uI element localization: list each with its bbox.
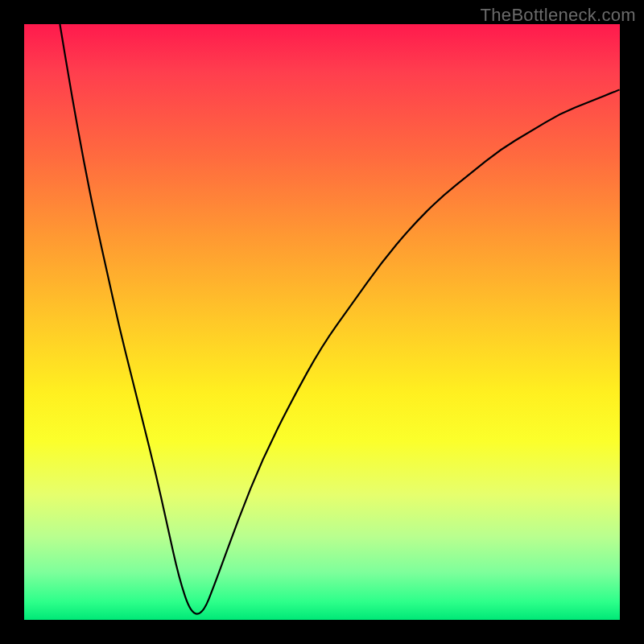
plot-area bbox=[24, 24, 620, 620]
data-marker bbox=[141, 418, 152, 464]
data-marker bbox=[168, 537, 179, 584]
data-marker bbox=[162, 514, 172, 560]
data-marker bbox=[145, 444, 159, 499]
data-marker bbox=[155, 479, 167, 535]
data-marker bbox=[208, 545, 227, 599]
data-marker bbox=[215, 511, 237, 574]
data-marker bbox=[171, 563, 189, 617]
data-marker bbox=[246, 427, 266, 480]
chart-svg bbox=[24, 24, 620, 620]
watermark-text: TheBottleneck.com bbox=[481, 5, 636, 26]
bottleneck-curve bbox=[60, 24, 620, 614]
data-marker bbox=[134, 394, 146, 440]
data-marker bbox=[229, 480, 248, 534]
data-marker bbox=[126, 360, 139, 415]
